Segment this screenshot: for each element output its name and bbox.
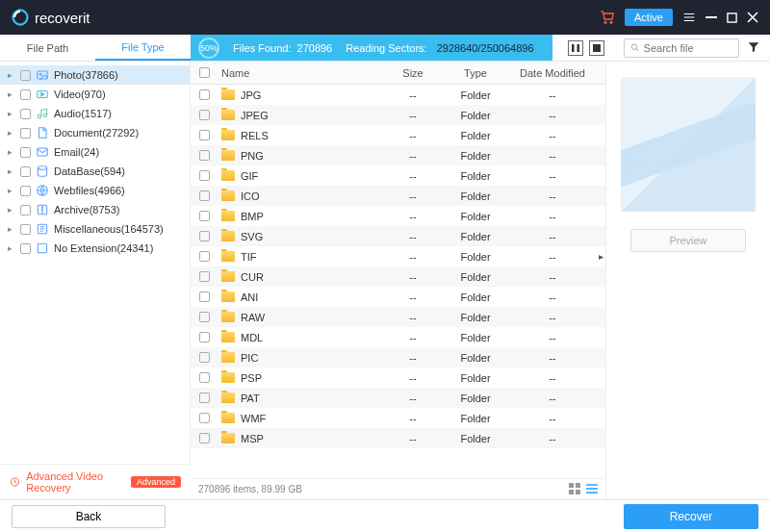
row-name: ANI [241, 291, 258, 303]
row-checkbox[interactable] [199, 291, 210, 302]
preview-panel: Preview [606, 62, 770, 499]
misc-icon [36, 222, 49, 236]
sidebar-item-audio[interactable]: ▸Audio(1517) [0, 104, 190, 123]
row-checkbox[interactable] [199, 89, 210, 100]
row-checkbox[interactable] [199, 190, 210, 201]
category-checkbox[interactable] [20, 109, 31, 119]
stop-button[interactable] [589, 40, 604, 56]
table-row[interactable]: PIC--Folder-- [191, 347, 605, 367]
table-row[interactable]: GIF--Folder-- [191, 165, 605, 186]
category-checkbox[interactable] [20, 147, 31, 158]
table-row[interactable]: RAW--Folder-- [191, 307, 605, 327]
table-row[interactable]: WMF--Folder-- [191, 408, 605, 428]
col-name[interactable]: Name [218, 67, 384, 79]
table-row[interactable]: JPEG--Folder-- [191, 105, 605, 125]
row-checkbox[interactable] [199, 251, 210, 262]
table-row[interactable]: SVG--Folder-- [191, 226, 605, 246]
row-checkbox[interactable] [199, 211, 210, 221]
table-row[interactable]: JPG--Folder-- [191, 85, 605, 105]
active-button[interactable]: Active [625, 9, 673, 26]
list-view-icon[interactable] [586, 483, 598, 496]
sidebar-item-noext[interactable]: ▸No Extension(24341) [0, 239, 190, 258]
row-size: -- [384, 170, 442, 182]
category-checkbox[interactable] [20, 243, 31, 254]
row-checkbox[interactable] [199, 332, 210, 342]
row-checkbox[interactable] [199, 110, 210, 120]
table-row[interactable]: RELS--Folder-- [191, 125, 605, 145]
category-checkbox[interactable] [20, 128, 31, 139]
row-checkbox[interactable] [199, 433, 210, 443]
filter-icon[interactable] [747, 40, 760, 56]
category-checkbox[interactable] [20, 70, 31, 81]
folder-icon [221, 291, 235, 302]
tab-file-type[interactable]: File Type [95, 35, 191, 61]
table-row[interactable]: PSP--Folder-- [191, 367, 605, 388]
category-checkbox[interactable] [20, 166, 31, 177]
sidebar-item-webfiles[interactable]: ▸Webfiles(4966) [0, 181, 190, 200]
row-checkbox[interactable] [199, 352, 210, 363]
table-row[interactable]: CUR--Folder-- [191, 266, 605, 287]
select-all-checkbox[interactable] [199, 67, 210, 78]
sidebar-item-video[interactable]: ▸Video(970) [0, 85, 190, 104]
row-size: -- [384, 110, 442, 121]
row-checkbox[interactable] [199, 271, 210, 282]
row-checkbox[interactable] [199, 413, 210, 423]
pause-button[interactable] [568, 40, 583, 56]
search-input[interactable] [644, 42, 732, 54]
maximize-icon[interactable] [727, 13, 737, 23]
sidebar-item-misc[interactable]: ▸Miscellaneous(164573) [0, 219, 190, 239]
folder-icon [221, 352, 235, 363]
advanced-recovery[interactable]: Advanced Video Recovery Advanced [0, 464, 191, 499]
folder-icon [221, 372, 235, 383]
table-row[interactable]: TIF--Folder-- [191, 246, 605, 266]
row-type: Folder [442, 393, 509, 404]
sidebar-item-photo[interactable]: ▸Photo(37866) [0, 65, 190, 85]
col-size[interactable]: Size [384, 67, 442, 79]
row-checkbox[interactable] [199, 393, 210, 403]
table-row[interactable]: MSP--Folder-- [191, 428, 605, 448]
minimize-icon[interactable] [706, 12, 717, 23]
back-button[interactable]: Back [12, 505, 166, 528]
category-label: Audio(1517) [54, 108, 112, 119]
row-size: -- [384, 372, 442, 384]
grid-view-icon[interactable] [569, 483, 580, 496]
row-checkbox[interactable] [199, 372, 210, 383]
row-size: -- [384, 413, 442, 424]
category-label: Document(27292) [54, 127, 139, 139]
category-checkbox[interactable] [20, 89, 31, 100]
row-checkbox[interactable] [199, 150, 210, 161]
table-row[interactable]: ICO--Folder-- [191, 186, 605, 206]
menu-icon[interactable] [682, 11, 696, 24]
tab-file-path[interactable]: File Path [0, 35, 95, 61]
category-checkbox[interactable] [20, 224, 31, 235]
cart-icon[interactable] [600, 10, 615, 25]
category-checkbox[interactable] [20, 205, 31, 215]
sidebar-item-database[interactable]: ▸DataBase(594) [0, 162, 190, 181]
category-checkbox[interactable] [20, 186, 31, 196]
sidebar-item-archive[interactable]: ▸Archive(8753) [0, 200, 190, 219]
recover-button[interactable]: Recover [624, 504, 758, 529]
table-row[interactable]: ANI--Folder-- [191, 287, 605, 307]
close-icon[interactable] [747, 12, 758, 23]
table-row[interactable]: BMP--Folder-- [191, 206, 605, 226]
email-icon [36, 145, 49, 159]
row-size: -- [384, 190, 442, 202]
table-row[interactable]: PAT--Folder-- [191, 388, 605, 408]
search-box[interactable] [624, 38, 739, 58]
chevron-right-icon: ▸ [8, 243, 15, 253]
row-checkbox[interactable] [199, 312, 210, 322]
category-label: Webfiles(4966) [54, 185, 125, 196]
row-checkbox[interactable] [199, 170, 210, 181]
sidebar-item-document[interactable]: ▸Document(27292) [0, 123, 190, 142]
table-row[interactable]: MDL--Folder-- [191, 327, 605, 347]
row-name: TIF [241, 251, 257, 263]
row-type: Folder [442, 372, 509, 384]
preview-button[interactable]: Preview [630, 229, 746, 252]
sidebar-item-email[interactable]: ▸Email(24) [0, 142, 190, 162]
col-type[interactable]: Type [442, 67, 509, 79]
row-checkbox[interactable] [199, 130, 210, 140]
row-size: -- [384, 291, 442, 303]
col-date[interactable]: Date Modified [509, 67, 596, 79]
table-row[interactable]: PNG--Folder-- [191, 145, 605, 165]
row-checkbox[interactable] [199, 231, 210, 241]
